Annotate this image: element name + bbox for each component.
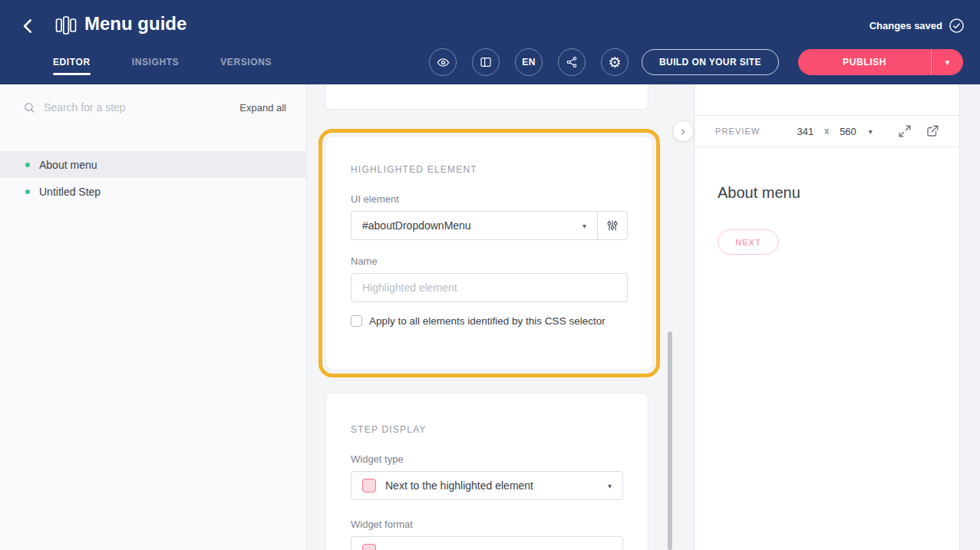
share-button[interactable] — [558, 48, 586, 76]
app-logo-icon — [55, 15, 77, 35]
apply-all-row: Apply to all elements identified by this… — [351, 315, 628, 327]
app-header: Menu guide Changes saved EDITOR INSIGHTS… — [0, 0, 980, 84]
preview-actions — [898, 124, 939, 138]
page-title: Menu guide — [84, 13, 186, 35]
step-item-untitled-step[interactable]: Untitled Step — [0, 178, 306, 205]
widget-type-select[interactable]: Next to the highlighted element ▾ — [351, 471, 623, 500]
preview-width-value: 341 — [797, 126, 813, 137]
selector-settings-button[interactable] — [597, 211, 628, 240]
publish-dropdown-button[interactable]: ▾ — [931, 49, 963, 75]
widget-format-select[interactable]: ▾ — [351, 536, 623, 550]
steps-sidebar: Expand all About menu Untitled Step — [0, 84, 307, 550]
step-display-card: STEP DISPLAY Widget type Next to the hig… — [325, 393, 648, 550]
layout-panel-icon — [480, 56, 492, 68]
check-circle-icon — [949, 18, 965, 34]
settings-button[interactable]: ⚙ — [601, 48, 629, 76]
chevron-down-icon: ▾ — [582, 222, 586, 230]
expand-all-link[interactable]: Expand all — [239, 102, 286, 114]
language-button[interactable]: EN — [515, 48, 543, 76]
search-icon — [23, 101, 36, 114]
expand-preview-button[interactable] — [898, 124, 912, 138]
highlighted-element-focus-ring: HIGHLIGHTED ELEMENT UI element #aboutDro… — [318, 129, 660, 377]
ui-element-row: #aboutDropdownMenu ▾ — [351, 211, 628, 240]
step-search-row: Expand all — [0, 84, 306, 130]
build-on-your-site-button[interactable]: BUILD ON YOUR SITE — [642, 49, 779, 75]
step-status-dot — [25, 163, 30, 167]
widget-type-value: Next to the highlighted element — [385, 479, 533, 492]
expand-icon — [898, 124, 912, 138]
step-search-input[interactable] — [44, 101, 232, 114]
collapse-panel-button[interactable]: › — [672, 120, 694, 142]
step-status-dot — [25, 189, 30, 194]
step-label: About menu — [39, 159, 97, 171]
preview-header: PREVIEW 341 x 560 ▾ — [695, 115, 959, 147]
preview-title: PREVIEW — [715, 127, 760, 136]
tab-editor[interactable]: EDITOR — [53, 57, 91, 68]
step-item-about-menu[interactable]: About menu — [0, 151, 306, 178]
tab-insights[interactable]: INSIGHTS — [132, 57, 179, 68]
apply-all-label: Apply to all elements identified by this… — [369, 315, 605, 327]
preview-height-value: 560 — [840, 126, 856, 137]
preview-panel: PREVIEW 341 x 560 ▾ About menu NEXT — [695, 84, 960, 550]
publish-button-group: PUBLISH ▾ — [798, 49, 963, 75]
ui-element-label: UI element — [351, 193, 628, 205]
sliders-icon — [605, 219, 619, 232]
section-title: HIGHLIGHTED ELEMENT — [351, 164, 628, 175]
widget-type-icon — [362, 479, 376, 492]
gear-icon: ⚙ — [608, 55, 621, 70]
changes-saved-status: Changes saved — [869, 18, 965, 34]
chevron-left-icon — [18, 16, 38, 36]
step-list: About menu Untitled Step — [0, 151, 306, 205]
chevron-down-icon: ▾ — [608, 547, 612, 550]
share-icon — [566, 56, 578, 68]
preview-size-separator: x — [824, 126, 829, 137]
previous-settings-card — [325, 84, 648, 110]
tab-versions[interactable]: VERSIONS — [220, 57, 272, 68]
changes-saved-label: Changes saved — [869, 20, 942, 31]
header-toolbar: EN ⚙ — [429, 48, 629, 76]
widget-format-label: Widget format — [351, 519, 623, 530]
open-in-new-window-button[interactable] — [926, 124, 939, 138]
chevron-down-icon: ▾ — [869, 127, 873, 136]
step-label: Untitled Step — [39, 186, 101, 198]
back-button[interactable] — [18, 15, 40, 37]
preview-eye-button[interactable] — [429, 48, 457, 76]
external-link-icon — [926, 124, 939, 138]
preview-next-button[interactable]: NEXT — [718, 229, 779, 255]
preview-step-title: About menu — [718, 184, 938, 202]
ui-element-value: #aboutDropdownMenu — [362, 219, 471, 232]
preview-size-select[interactable]: 341 x 560 ▾ — [797, 126, 872, 137]
language-label: EN — [522, 57, 536, 68]
step-editor-panel: HIGHLIGHTED ELEMENT UI element #aboutDro… — [307, 84, 695, 550]
highlighted-element-card: HIGHLIGHTED ELEMENT UI element #aboutDro… — [325, 136, 653, 371]
preview-body: About menu NEXT — [695, 147, 959, 255]
widget-type-label: Widget type — [351, 453, 623, 465]
eye-icon — [437, 56, 450, 69]
editor-scrollbar[interactable] — [668, 331, 672, 550]
chevron-down-icon: ▾ — [608, 482, 612, 490]
widget-format-icon — [362, 544, 376, 550]
ui-element-select[interactable]: #aboutDropdownMenu ▾ — [351, 211, 598, 240]
name-label: Name — [351, 255, 628, 267]
chevron-down-icon: ▾ — [945, 58, 950, 67]
layout-button[interactable] — [472, 48, 500, 76]
element-name-input[interactable] — [351, 273, 628, 302]
publish-button[interactable]: PUBLISH — [798, 49, 931, 75]
section-title: STEP DISPLAY — [351, 424, 623, 435]
header-tabs: EDITOR INSIGHTS VERSIONS — [53, 57, 272, 68]
apply-all-checkbox[interactable] — [351, 315, 362, 327]
